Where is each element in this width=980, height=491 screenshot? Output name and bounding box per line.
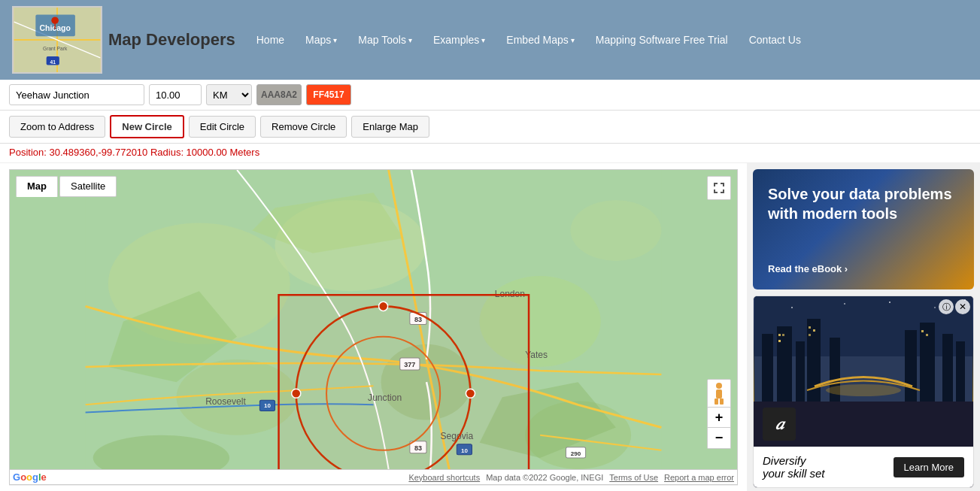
svg-rect-55 [956, 341, 965, 402]
ad1-cta-link[interactable]: Read the eBook › [768, 263, 959, 274]
map-footer-left: Google [13, 471, 47, 483]
circle-handle-top [379, 302, 388, 311]
svg-point-65 [791, 307, 793, 308]
svg-text:10: 10 [264, 402, 271, 409]
svg-point-66 [844, 303, 845, 305]
color1-button[interactable]: AAA8A2 [256, 84, 302, 105]
site-title: Map Developers [108, 30, 235, 50]
map-data-text: Map data ©2022 Google, INEGI [486, 473, 603, 482]
svg-text:41: 41 [50, 59, 56, 65]
nav-maps-arrow: ▾ [333, 36, 337, 44]
ad2-learn-more-button[interactable]: Learn More [894, 457, 964, 477]
svg-rect-49 [796, 341, 805, 402]
circle-handle-right [466, 389, 475, 398]
position-info: Position: 30.489360,-99.772010 Radius: 1… [0, 144, 980, 163]
new-circle-button[interactable]: New Circle [110, 115, 184, 138]
svg-rect-60 [813, 329, 815, 332]
svg-rect-59 [809, 326, 811, 329]
ad1-headline: Solve your data problems with modern too… [768, 184, 959, 223]
nav-maps[interactable]: Maps ▾ [296, 29, 346, 50]
svg-text:Roosevelt: Roosevelt [205, 396, 246, 407]
ad2-logo-area: 𝑎 [754, 402, 973, 447]
map-tab-satellite[interactable]: Satellite [59, 176, 117, 197]
remove-circle-button[interactable]: Remove Circle [260, 116, 347, 138]
terms-of-use-link[interactable]: Terms of Use [609, 473, 658, 482]
keyboard-shortcuts-link[interactable]: Keyboard shortcuts [408, 473, 480, 482]
save-link-row: Return to this radius map here, just sav… [9, 485, 738, 491]
ad-card-1: Solve your data problems with modern too… [753, 169, 974, 289]
button-row: Zoom to Address New Circle Edit Circle R… [0, 111, 980, 144]
map-area: Map Satellite [0, 163, 747, 491]
svg-point-67 [889, 302, 890, 303]
nav-contact-us[interactable]: Contact Us [740, 29, 810, 50]
svg-text:Grant Park: Grant Park [43, 46, 68, 51]
svg-rect-61 [809, 334, 811, 336]
map-footer-right: Keyboard shortcuts Map data ©2022 Google… [408, 473, 734, 482]
svg-rect-42 [716, 389, 722, 399]
map-svg: 83 377 83 10 10 290 London Yates Roo [10, 170, 737, 469]
logo-map-thumbnail: Chicago Grant Park 41 [12, 6, 102, 74]
header: Chicago Grant Park 41 Map Developers Hom… [0, 0, 980, 80]
svg-rect-52 [905, 330, 917, 402]
ad2-logo-text: 𝑎 [775, 414, 784, 434]
main-nav: Home Maps ▾ Map Tools ▾ Examples ▾ Embed… [247, 29, 810, 50]
color1-value: AAA8A2 [261, 89, 297, 100]
radius-input[interactable] [149, 84, 202, 105]
position-text: Position: 30.489360,-99.772010 Radius: 1… [9, 147, 259, 158]
nav-free-trial[interactable]: Mapping Software Free Trial [587, 29, 737, 50]
ad2-info-button[interactable]: ⓘ [939, 299, 954, 314]
svg-rect-63 [926, 334, 928, 336]
map-tabs: Map Satellite [16, 176, 117, 197]
svg-text:290: 290 [571, 450, 581, 457]
zoom-to-address-button[interactable]: Zoom to Address [9, 116, 105, 138]
svg-rect-48 [777, 326, 792, 402]
map-container[interactable]: Map Satellite [9, 169, 738, 470]
svg-point-64 [826, 384, 901, 396]
ad-card-2: ⓘ ✕ [753, 296, 974, 488]
svg-rect-62 [921, 330, 924, 332]
svg-point-68 [934, 307, 936, 308]
enlarge-map-button[interactable]: Enlarge Map [351, 116, 429, 138]
nav-map-tools-arrow: ▾ [408, 36, 412, 44]
ad2-tagline2: your skill set [763, 467, 825, 480]
toolbar-row: KM Miles AAA8A2 FF4517 [0, 80, 980, 111]
svg-rect-47 [762, 334, 773, 402]
logo-area: Chicago Grant Park 41 Map Developers [12, 6, 235, 74]
selection-rect [279, 295, 529, 469]
street-view-button[interactable] [707, 379, 731, 409]
nav-map-tools[interactable]: Map Tools ▾ [349, 29, 421, 50]
ad2-tagline1: Diversify [763, 454, 825, 467]
svg-rect-57 [782, 334, 784, 336]
nav-embed-maps[interactable]: Embed Maps ▾ [497, 29, 583, 50]
report-map-error-link[interactable]: Report a map error [664, 473, 734, 482]
svg-rect-54 [942, 334, 953, 402]
map-footer: Google Keyboard shortcuts Map data ©2022… [9, 470, 738, 485]
main-content: Map Satellite [0, 163, 980, 491]
ad2-close-button[interactable]: ✕ [955, 299, 970, 314]
nav-examples-arrow: ▾ [481, 36, 485, 44]
map-tab-map[interactable]: Map [16, 176, 58, 197]
map-fullscreen-button[interactable] [707, 176, 731, 200]
ad2-tagline: Diversify your skill set [763, 454, 825, 480]
svg-rect-43 [715, 399, 718, 405]
right-sidebar: Solve your data problems with modern too… [747, 163, 980, 491]
zoom-in-button[interactable]: + [707, 407, 731, 428]
nav-examples[interactable]: Examples ▾ [424, 29, 494, 50]
svg-point-41 [716, 383, 722, 389]
ad2-text-area: Diversify your skill set Learn More [754, 447, 973, 487]
svg-rect-44 [720, 399, 724, 405]
svg-point-20 [570, 200, 661, 261]
color2-value: FF4517 [313, 89, 344, 100]
svg-rect-56 [778, 334, 781, 336]
zoom-out-button[interactable]: − [707, 428, 731, 449]
nav-home[interactable]: Home [247, 29, 293, 50]
circle-handle-left [292, 389, 301, 398]
color2-button[interactable]: FF4517 [306, 84, 351, 105]
address-input[interactable] [9, 84, 144, 105]
google-logo: Google [13, 471, 47, 483]
unit-select[interactable]: KM Miles [206, 84, 252, 105]
svg-point-7 [51, 17, 59, 24]
edit-circle-button[interactable]: Edit Circle [189, 116, 256, 138]
nav-embed-maps-arrow: ▾ [571, 36, 575, 44]
ad2-logo-box: 𝑎 [763, 408, 796, 441]
